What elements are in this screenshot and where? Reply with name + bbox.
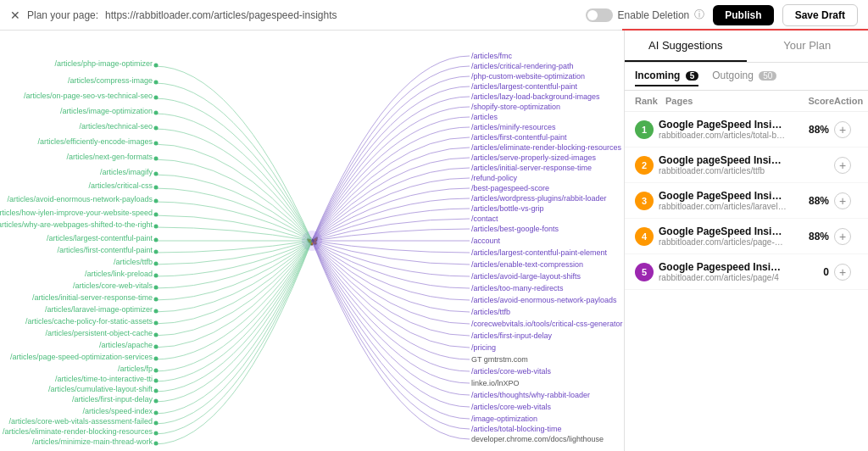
- subtab-incoming[interactable]: Incoming 5: [635, 70, 698, 86]
- add-button-1[interactable]: +: [834, 121, 851, 138]
- item-url-1: rabbitloader.com/articles/total-blockin.…: [659, 131, 787, 140]
- svg-text:/articles/why-are-webpages-shi: /articles/why-are-webpages-shifted-to-th…: [0, 220, 153, 229]
- tab-your-plan[interactable]: Your Plan: [747, 31, 869, 62]
- svg-text:/articles/minimize-main-thread: /articles/minimize-main-thread-work: [32, 437, 153, 446]
- svg-point-97: [154, 421, 159, 426]
- enable-deletion-label: Enable Deletion: [618, 9, 690, 21]
- svg-text:/articles/ttfb: /articles/ttfb: [114, 258, 153, 266]
- svg-text:/articles/minify-resources: /articles/minify-resources: [471, 123, 556, 131]
- svg-text:/articles/fmc: /articles/fmc: [471, 52, 513, 60]
- svg-text:/articles/how-iylen-improve-yo: /articles/how-iylen-improve-your-website…: [0, 209, 153, 217]
- svg-text:/articles/initial-server-respo: /articles/initial-server-response-time: [32, 293, 153, 302]
- rank-badge-3: 3: [635, 192, 654, 210]
- svg-text:/articles/persistent-object-ca: /articles/persistent-object-cache: [45, 329, 153, 337]
- svg-text:/articles/enable-text-compress: /articles/enable-text-compression: [471, 260, 583, 269]
- svg-text:/articles/efficiently-encode-i: /articles/efficiently-encode-images: [38, 137, 153, 146]
- item-title-1: Google PageSpeed Insights: [659, 119, 787, 131]
- svg-text:/articles/laravel-image-optimi: /articles/laravel-image-optimizer: [45, 305, 153, 314]
- svg-text:/articles/cache-policy-for-sta: /articles/cache-policy-for-static-assets: [25, 317, 153, 326]
- add-button-2[interactable]: +: [834, 157, 851, 174]
- rank-badge-2: 2: [635, 156, 654, 175]
- enable-deletion-toggle[interactable]: [586, 8, 613, 22]
- add-button-3[interactable]: +: [834, 192, 851, 209]
- item-action-1: +: [834, 121, 858, 138]
- link-graph: 🦋 /articles/php-image-optimizer /article…: [0, 31, 624, 451]
- info-icon[interactable]: ⓘ: [694, 8, 704, 22]
- item-action-5: +: [834, 264, 858, 281]
- svg-text:/articles/imagify: /articles/imagify: [100, 168, 153, 176]
- svg-text:/articles/largest-contentful-p: /articles/largest-contentful-paint-eleme…: [471, 248, 608, 257]
- add-button-4[interactable]: +: [834, 228, 851, 245]
- rank-badge-4: 4: [635, 227, 654, 246]
- item-info-3: Google PageSpeed Insights rabbitloader.c…: [659, 190, 787, 211]
- svg-point-89: [154, 333, 159, 337]
- svg-text:/articles/page-speed-optimizat: /articles/page-speed-optimization-servic…: [10, 353, 153, 361]
- svg-text:/articles/first-input-delay: /articles/first-input-delay: [72, 395, 153, 404]
- svg-text:/articles/serve-properly-sized: /articles/serve-properly-sized-images: [471, 153, 597, 162]
- tab-ai-suggestions[interactable]: AI Suggestions: [625, 31, 747, 62]
- svg-text:/articles/critical-rendering-p: /articles/critical-rendering-path: [471, 62, 574, 70]
- save-draft-button[interactable]: Save Draft: [782, 4, 858, 26]
- svg-point-92: [154, 369, 159, 373]
- header: ✕ Plan your page: https://rabbitloader.c…: [0, 0, 868, 31]
- item-score-4: 88%: [792, 231, 829, 242]
- svg-text:linke.io/lnXPO: linke.io/lnXPO: [471, 379, 520, 387]
- close-icon[interactable]: ✕: [10, 8, 20, 22]
- item-title-4: Google PageSpeed Insights: [659, 226, 787, 237]
- svg-text:/articles/next-gen-formats: /articles/next-gen-formats: [66, 153, 153, 161]
- svg-text:/articles/first-input-delay: /articles/first-input-delay: [471, 331, 553, 340]
- item-info-2: Google pageSpeed Insights rabbitloader.c…: [659, 154, 787, 175]
- item-info-1: Google PageSpeed Insights rabbitloader.c…: [659, 119, 787, 140]
- rank-badge-1: 1: [635, 120, 654, 139]
- subtab-outgoing[interactable]: Outgoing 50: [712, 70, 776, 86]
- svg-point-84: [154, 274, 159, 278]
- panel-subtabs: Incoming 5 Outgoing 50: [625, 63, 868, 91]
- svg-text:/image-optimization: /image-optimization: [471, 415, 537, 423]
- svg-text:/articles/core-web-vitals: /articles/core-web-vitals: [471, 403, 552, 411]
- right-panel: AI Suggestions Your Plan Incoming 5 Outg…: [624, 31, 868, 451]
- incoming-badge: 5: [686, 71, 699, 81]
- svg-text:/articles/apache: /articles/apache: [99, 341, 153, 349]
- svg-point-76: [154, 172, 159, 176]
- svg-text:/articles/avoid-enormous-netwo: /articles/avoid-enormous-network-payload…: [7, 195, 153, 203]
- svg-text:/articles/avoid-enormous-netwo: /articles/avoid-enormous-network-payload…: [471, 296, 617, 304]
- svg-text:/articles/first-contentful-pai: /articles/first-contentful-paint: [471, 133, 567, 142]
- item-info-4: Google PageSpeed Insights rabbitloader.c…: [659, 226, 787, 247]
- svg-point-79: [154, 213, 159, 217]
- list-item: 3 Google PageSpeed Insights rabbitloader…: [625, 183, 868, 219]
- svg-text:/articles/largest-contentful-p: /articles/largest-contentful-paint: [47, 234, 153, 242]
- panel-list: 1 Google PageSpeed Insights rabbitloader…: [625, 112, 868, 451]
- svg-point-69: [154, 64, 159, 68]
- svg-text:/php-custom-website-optimizati: /php-custom-website-optimization: [471, 72, 585, 81]
- item-score-3: 88%: [792, 195, 829, 207]
- list-item: 1 Google PageSpeed Insights rabbitloader…: [625, 112, 868, 148]
- col-rank-header: Rank: [635, 96, 665, 106]
- svg-text:/articles/on-page-seo-vs-techn: /articles/on-page-seo-vs-technical-seo: [24, 92, 153, 100]
- svg-text:/articles/link-preload: /articles/link-preload: [85, 270, 153, 278]
- add-button-5[interactable]: +: [834, 264, 851, 281]
- item-title-3: Google PageSpeed Insights: [659, 190, 787, 202]
- svg-text:/articles/bottle-vs-grip: /articles/bottle-vs-grip: [471, 204, 544, 213]
- svg-point-73: [154, 126, 159, 131]
- svg-text:/pricing: /pricing: [471, 343, 496, 352]
- svg-point-72: [154, 111, 159, 115]
- svg-text:/articles/compress-image: /articles/compress-image: [68, 76, 153, 85]
- svg-text:/articles/largest-contentful-p: /articles/largest-contentful-paint: [471, 82, 578, 91]
- svg-text:/articles/cumulative-layout-sh: /articles/cumulative-layout-shift: [48, 385, 153, 393]
- svg-point-77: [154, 186, 159, 190]
- graph-area: 🦋 /articles/php-image-optimizer /article…: [0, 31, 624, 451]
- svg-text:/articles/lazy-load-background: /articles/lazy-load-background-images: [471, 92, 600, 101]
- svg-text:/best-pagespeed-score: /best-pagespeed-score: [471, 184, 549, 192]
- header-left: ✕ Plan your page: https://rabbitloader.c…: [10, 8, 337, 22]
- col-score-header: Score: [797, 96, 834, 106]
- svg-text:/articles/php-image-optimizer: /articles/php-image-optimizer: [54, 59, 153, 68]
- item-action-4: +: [834, 228, 858, 245]
- item-url-3: rabbitloader.com/articles/laravel-imag..…: [659, 202, 787, 211]
- svg-text:/articles/critical-css: /articles/critical-css: [88, 181, 153, 190]
- svg-point-75: [154, 157, 159, 161]
- publish-button[interactable]: Publish: [713, 5, 773, 25]
- svg-point-78: [154, 199, 159, 203]
- svg-text:/articles/first-contentful-pai: /articles/first-contentful-paint: [57, 246, 153, 254]
- svg-point-80: [154, 225, 159, 229]
- item-score-5: 0: [792, 266, 829, 278]
